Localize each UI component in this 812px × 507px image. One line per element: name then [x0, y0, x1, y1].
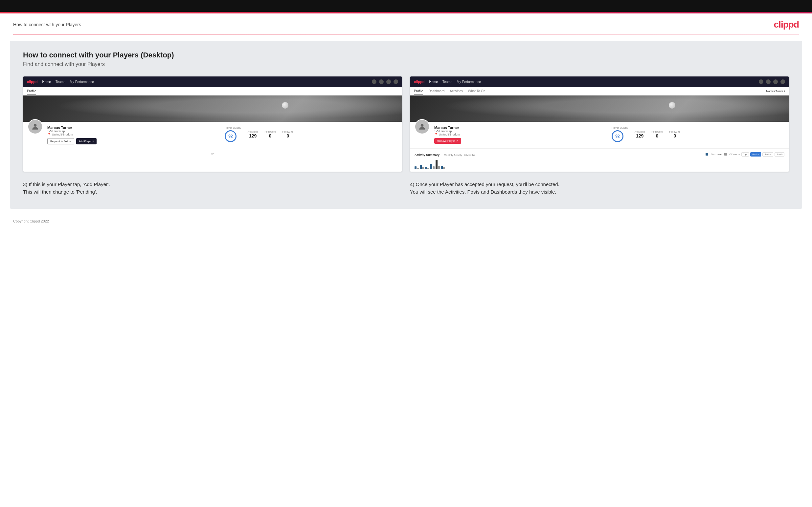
left-player-name: Marcus Turner	[47, 126, 220, 130]
bar-off-3	[427, 168, 429, 169]
right-user-icon[interactable]	[766, 79, 771, 84]
request-to-follow-button[interactable]: Request to Follow	[47, 138, 74, 145]
left-search-icon[interactable]	[372, 79, 376, 84]
remove-player-button[interactable]: Remove Player ✕	[434, 138, 461, 144]
left-quality-label: Player Quality	[225, 126, 241, 129]
bar-on-6	[441, 166, 443, 169]
left-settings-icon[interactable]	[386, 79, 391, 84]
header-separator	[13, 34, 799, 35]
top-bar	[0, 0, 812, 12]
left-stat-following: Following 0	[283, 130, 294, 138]
bar-on-4	[430, 164, 432, 169]
right-stat-followers: Followers 0	[651, 130, 663, 138]
page-header: How to connect with your Players clippd	[0, 13, 812, 34]
left-player-country: 📍 United Kingdom	[47, 133, 220, 136]
svg-point-0	[34, 124, 37, 127]
right-profile-section: Marcus Turner 1-5 Handicap 📍 United King…	[410, 122, 789, 148]
remove-x-icon: ✕	[456, 139, 459, 143]
left-user-icon[interactable]	[379, 79, 384, 84]
bar-group-3	[425, 167, 429, 169]
right-nav-logo: clippd	[414, 80, 424, 84]
right-player-country: 📍 United Kingdom	[434, 133, 607, 136]
right-settings-icon[interactable]	[773, 79, 778, 84]
left-avatar	[28, 119, 43, 134]
add-player-button[interactable]: Add Player +	[76, 138, 97, 145]
right-avatar-icon[interactable]	[780, 79, 785, 84]
bar-off-1	[417, 168, 419, 169]
bar-group-6	[441, 166, 445, 169]
right-nav-home[interactable]: Home	[429, 80, 438, 84]
right-tab-what-to-on[interactable]: What To On	[468, 87, 486, 95]
right-nav-performance[interactable]: My Performance	[457, 80, 481, 84]
bar-off-2	[422, 167, 424, 169]
right-activity-header: Activity Summary Monthly Activity · 6 Mo…	[414, 151, 784, 157]
on-course-legend-dot	[706, 153, 708, 156]
bar-group-1	[414, 166, 419, 169]
caption-right-text: 4) Once your Player has accepted your re…	[410, 181, 789, 195]
left-nav-logo: clippd	[27, 80, 38, 84]
caption-left-text: 3) If this is your Player tap, 'Add Play…	[23, 181, 402, 195]
bar-off-4	[433, 166, 435, 169]
left-tab-profile[interactable]: Profile	[27, 87, 36, 95]
main-subtitle: Find and connect with your Players	[23, 61, 789, 67]
right-activity-bars	[414, 159, 784, 169]
left-pencil-area: ✏	[23, 149, 402, 158]
bar-on-3	[425, 167, 427, 169]
right-player-handicap: 1-5 Handicap	[434, 130, 607, 133]
right-activity-subtitle: Monthly Activity · 6 Months	[444, 154, 475, 157]
bar-group-4	[430, 164, 435, 169]
time-btn-6mths[interactable]: 6 mths	[750, 152, 761, 157]
left-stats-row: Player Quality 92 Activities 129 Followe…	[225, 125, 398, 142]
left-nav-teams[interactable]: Teams	[55, 80, 65, 84]
left-quality-wrap: Player Quality 92	[225, 126, 241, 142]
bar-group-2	[420, 165, 424, 169]
right-quality-circle: 92	[612, 130, 623, 142]
screenshot-right: clippd Home Teams My Performance Profile…	[410, 76, 789, 172]
svg-point-1	[421, 124, 424, 127]
bar-on-1	[414, 166, 416, 169]
caption-right: 4) Once your Player has accepted your re…	[410, 181, 789, 195]
right-activity-legend: On course Off course	[706, 153, 740, 156]
on-course-legend-label: On course	[711, 153, 721, 156]
right-tab-profile[interactable]: Profile	[414, 87, 423, 95]
page-header-title: How to connect with your Players	[13, 22, 81, 27]
right-app-nav: clippd Home Teams My Performance	[410, 76, 789, 87]
page-footer: Copyright Clippd 2022	[0, 215, 812, 227]
time-btn-1yr[interactable]: 1 yr	[742, 152, 749, 157]
right-stat-following: Following 0	[669, 130, 680, 138]
bar-on-5	[436, 160, 438, 169]
left-player-handicap: 1-5 Handicap	[47, 130, 220, 133]
left-profile-info: Marcus Turner 1-5 Handicap 📍 United King…	[47, 125, 220, 145]
right-search-icon[interactable]	[759, 79, 763, 84]
left-nav-home[interactable]: Home	[42, 80, 51, 84]
screenshot-left: clippd Home Teams My Performance Profile	[23, 76, 402, 172]
right-activity-title: Activity Summary	[414, 153, 440, 157]
left-nav-performance[interactable]: My Performance	[70, 80, 94, 84]
right-profile-info: Marcus Turner 1-5 Handicap 📍 United King…	[434, 125, 607, 144]
left-stat-activities: Activities 129	[248, 130, 258, 138]
left-hero-overlay	[23, 96, 402, 122]
left-pencil-icon: ✏	[211, 151, 214, 156]
right-tab-activities[interactable]: Activities	[450, 87, 462, 95]
bar-on-2	[420, 165, 422, 169]
right-quality-wrap: Player Quality 92	[612, 126, 628, 142]
left-app-nav: clippd Home Teams My Performance	[23, 76, 402, 87]
time-btn-1mth[interactable]: 1 mth	[774, 152, 784, 157]
off-course-legend-label: Off course	[729, 153, 740, 156]
bar-group-5	[436, 160, 440, 169]
right-tab-dashboard[interactable]: Dashboard	[428, 87, 445, 95]
right-quality-label: Player Quality	[612, 126, 628, 129]
right-user-dropdown[interactable]: Marcus Turner ▾	[766, 87, 785, 95]
left-hero-ball	[282, 102, 289, 109]
right-player-buttons: Remove Player ✕	[434, 138, 607, 144]
right-hero-overlay	[410, 96, 789, 122]
right-activity-summary: Activity Summary Monthly Activity · 6 Mo…	[410, 148, 789, 172]
right-nav-teams[interactable]: Teams	[443, 80, 452, 84]
off-course-legend-dot	[724, 153, 727, 156]
left-profile-section: Marcus Turner 1-5 Handicap 📍 United King…	[23, 122, 402, 149]
left-quality-circle: 92	[225, 130, 237, 142]
left-avatar-icon[interactable]	[394, 79, 398, 84]
time-btn-3mths[interactable]: 3 mths	[762, 152, 773, 157]
screenshots-row: clippd Home Teams My Performance Profile	[23, 76, 789, 172]
right-nav-icons	[759, 79, 785, 84]
